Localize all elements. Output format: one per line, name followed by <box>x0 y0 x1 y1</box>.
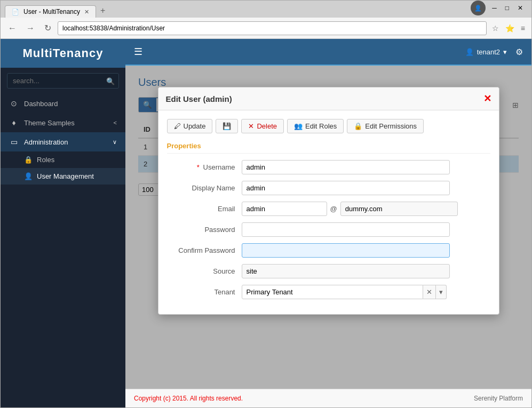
page-content: Users 🔍 ⊕ New User ↻ Refresh ⊞ <box>125 66 531 389</box>
window-close-btn[interactable]: ✕ <box>513 2 527 14</box>
sidebar-item-user-management[interactable]: 👤 User Management <box>1 168 125 185</box>
sidebar-item-theme-label: Theme Samples <box>24 119 75 127</box>
sidebar-nav: ⊙ Dashboard ♦ Theme Samples < ▭ Administ… <box>1 94 125 407</box>
sidebar-search-input[interactable] <box>7 73 119 89</box>
settings-icon[interactable]: ⚙ <box>515 47 523 57</box>
modal-overlay: Edit User (admin) ✕ 🖊 Update 💾 <box>125 66 531 389</box>
update-label: Update <box>184 122 206 130</box>
user-label: tenant2 <box>477 48 500 56</box>
tenant-group: ✕ ▾ <box>242 285 447 299</box>
tenant-label: Tenant <box>167 288 242 296</box>
username-input[interactable] <box>242 160 450 174</box>
window-minimize-btn[interactable]: ─ <box>488 2 501 14</box>
delete-btn[interactable]: ✕ Delete <box>241 119 284 133</box>
modal-header: Edit User (admin) ✕ <box>158 87 499 110</box>
star-icon[interactable]: ⭐ <box>503 23 517 34</box>
edit-permissions-icon: 🔒 <box>354 122 362 130</box>
modal-close-btn[interactable]: ✕ <box>483 93 491 105</box>
form-row-display-name: Display Name <box>167 181 490 195</box>
nav-refresh-btn[interactable]: ↻ <box>41 21 54 35</box>
menu-icon[interactable]: ≡ <box>519 23 527 34</box>
email-group: @ <box>242 202 458 216</box>
source-label: Source <box>167 267 242 275</box>
form-row-username: * Username <box>167 160 490 174</box>
sidebar-item-admin-label: Administration <box>24 138 68 146</box>
user-menu[interactable]: 👤 tenant2 ▾ <box>465 48 507 56</box>
save-icon: 💾 <box>223 122 231 130</box>
password-label: Password <box>167 226 242 234</box>
form-row-password: Password <box>167 222 490 237</box>
sidebar-item-dashboard[interactable]: ⊙ Dashboard <box>1 94 125 113</box>
email-local-input[interactable] <box>242 202 327 216</box>
new-tab-btn[interactable]: + <box>96 4 109 18</box>
sidebar-item-theme-samples[interactable]: ♦ Theme Samples < <box>1 113 125 132</box>
update-icon: 🖊 <box>174 122 181 130</box>
sidebar-item-roles[interactable]: 🔒 Roles <box>1 151 125 168</box>
footer-copyright: Copyright (c) 2015. All rights reserved. <box>134 395 243 402</box>
hamburger-menu-icon[interactable]: ☰ <box>134 46 142 58</box>
source-input[interactable] <box>242 264 450 278</box>
display-name-label: Display Name <box>167 184 242 192</box>
sidebar-item-administration[interactable]: ▭ Administration ∨ <box>1 132 125 151</box>
email-at-symbol: @ <box>330 205 337 213</box>
edit-user-modal: Edit User (admin) ✕ 🖊 Update 💾 <box>158 87 499 315</box>
nav-forward-btn[interactable]: → <box>23 21 38 35</box>
user-icon: 👤 <box>465 48 474 56</box>
footer-platform: Serenity Platform <box>474 395 523 402</box>
form-row-email: Email @ <box>167 202 490 216</box>
theme-samples-chevron-icon: < <box>114 119 117 126</box>
display-name-input[interactable] <box>242 181 450 195</box>
tab-close-btn[interactable]: ✕ <box>84 9 89 15</box>
nav-back-btn[interactable]: ← <box>5 21 20 35</box>
password-input[interactable] <box>242 222 450 237</box>
confirm-password-label: Confirm Password <box>167 246 242 254</box>
bookmark-icon[interactable]: ☆ <box>490 23 501 34</box>
user-menu-chevron-icon: ▾ <box>503 48 507 56</box>
modal-body: 🖊 Update 💾 ✕ Delete <box>158 110 499 314</box>
email-domain-input[interactable] <box>340 202 458 216</box>
update-btn[interactable]: 🖊 Update <box>167 119 213 133</box>
main-content: ☰ 👤 tenant2 ▾ ⚙ Users 🔍 <box>125 39 531 407</box>
top-bar: ☰ 👤 tenant2 ▾ ⚙ <box>125 39 531 65</box>
dashboard-icon: ⊙ <box>9 99 19 108</box>
edit-permissions-btn[interactable]: 🔒 Edit Permissions <box>347 119 424 133</box>
form-row-tenant: Tenant ✕ ▾ <box>167 285 490 299</box>
edit-roles-label: Edit Roles <box>305 122 337 130</box>
window-maximize-btn[interactable]: □ <box>501 2 513 14</box>
modal-title: Edit User (admin) <box>166 94 232 103</box>
sidebar: MultiTenancy 🔍 ⊙ Dashboard ♦ Theme Sampl… <box>1 39 125 407</box>
tenant-clear-btn[interactable]: ✕ <box>423 285 436 299</box>
edit-roles-btn[interactable]: 👥 Edit Roles <box>287 119 344 133</box>
save-icon-btn[interactable]: 💾 <box>216 119 238 133</box>
sidebar-search-area: 🔍 <box>1 68 125 94</box>
tab-page-icon: 📄 <box>12 9 19 15</box>
delete-label: Delete <box>257 122 277 130</box>
form-row-source: Source <box>167 264 490 278</box>
username-label: * Username <box>167 163 242 171</box>
form-row-confirm-password: Confirm Password <box>167 243 490 258</box>
app-title: MultiTenancy <box>1 39 125 68</box>
sidebar-item-dashboard-label: Dashboard <box>24 100 58 108</box>
edit-permissions-label: Edit Permissions <box>365 122 417 130</box>
address-bar[interactable] <box>58 21 487 35</box>
footer: Copyright (c) 2015. All rights reserved.… <box>125 389 531 407</box>
administration-chevron-icon: ∨ <box>113 139 117 146</box>
tab-title: User - MultiTenancy <box>23 8 80 15</box>
user-management-icon: 👤 <box>24 172 33 180</box>
browser-tab[interactable]: 📄 User - MultiTenancy ✕ <box>5 5 96 18</box>
edit-roles-icon: 👥 <box>294 122 303 130</box>
properties-section-title: Properties <box>167 142 490 154</box>
delete-icon: ✕ <box>248 122 254 130</box>
sidebar-item-roles-label: Roles <box>37 156 54 164</box>
email-label: Email <box>167 205 242 213</box>
confirm-password-input[interactable] <box>242 243 450 258</box>
tenant-input[interactable] <box>242 285 423 299</box>
sidebar-search-icon: 🔍 <box>106 77 115 85</box>
tenant-dropdown-btn[interactable]: ▾ <box>436 285 447 299</box>
sidebar-item-user-management-label: User Management <box>37 172 94 180</box>
roles-icon: 🔒 <box>24 156 33 164</box>
theme-samples-icon: ♦ <box>9 118 19 127</box>
modal-toolbar: 🖊 Update 💾 ✕ Delete <box>167 119 490 133</box>
administration-icon: ▭ <box>9 138 19 146</box>
